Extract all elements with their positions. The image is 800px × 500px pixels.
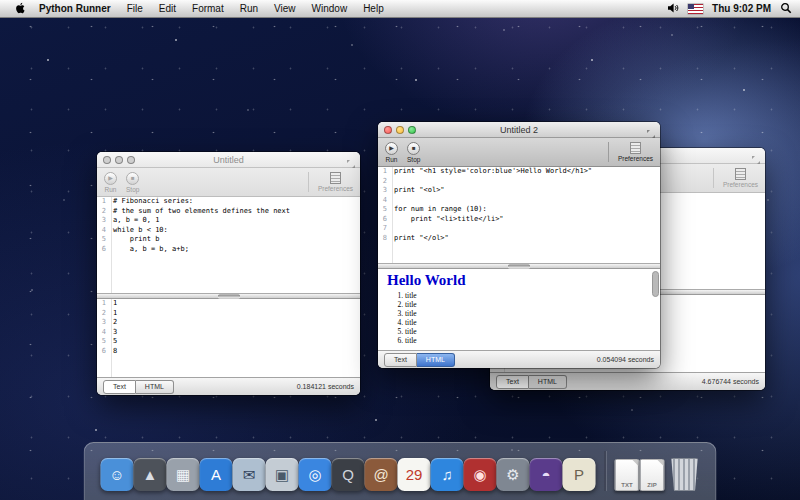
input-language-flag-icon[interactable] xyxy=(688,4,703,14)
minimize-button[interactable] xyxy=(396,126,404,134)
output-pane[interactable]: 112132435568 xyxy=(97,299,360,377)
execution-time: 0.054094 seconds xyxy=(597,356,654,363)
menu-item[interactable]: Window xyxy=(304,3,356,14)
window-untitled-2: Untitled 2 ▶ Run ■ Stop Preferences 1pr xyxy=(378,122,660,368)
window-title: Untitled xyxy=(213,155,244,165)
menu-bar: Python Runner FileEditFormatRunViewWindo… xyxy=(0,0,800,18)
volume-icon[interactable] xyxy=(667,2,679,16)
scrollbar-thumb[interactable] xyxy=(652,271,659,297)
text-view-button[interactable]: Text xyxy=(496,375,529,389)
minimize-button[interactable] xyxy=(115,156,123,164)
menu-item[interactable]: View xyxy=(266,3,304,14)
code-text: print "<ol>" xyxy=(390,186,445,196)
html-view-button[interactable]: HTML xyxy=(136,380,174,394)
code-text: print b xyxy=(109,235,159,245)
line-number: 5 xyxy=(378,205,390,215)
app-menu-title[interactable]: Python Runner xyxy=(31,3,119,14)
html-view-button[interactable]: HTML xyxy=(529,375,567,389)
toolbar: ▶ Run ■ Stop Preferences xyxy=(378,138,660,167)
fullscreen-icon[interactable] xyxy=(346,155,356,165)
code-editor[interactable]: 1# Fibonacci series:2# the sum of two el… xyxy=(97,197,360,293)
scrollbar[interactable] xyxy=(652,271,659,348)
system-preferences-icon[interactable]: ⚙ xyxy=(497,458,530,491)
launchpad-icon[interactable]: ▲ xyxy=(134,458,167,491)
output-line: 21 xyxy=(97,309,360,319)
python-runner-icon[interactable]: P xyxy=(563,458,596,491)
menu-item[interactable]: File xyxy=(119,3,151,14)
window-title: Untitled 2 xyxy=(500,125,538,135)
app-store-icon[interactable]: A xyxy=(200,458,233,491)
gutter-divider xyxy=(111,299,112,377)
title-bar[interactable]: Untitled xyxy=(97,152,360,168)
zoom-button[interactable] xyxy=(127,156,135,164)
title-bar[interactable]: Untitled 2 xyxy=(378,122,660,138)
preferences-icon xyxy=(630,142,641,154)
line-number: 3 xyxy=(97,216,109,226)
code-line: 5for num in range (10): xyxy=(378,205,660,215)
apple-menu-icon[interactable] xyxy=(8,2,31,15)
line-number: 4 xyxy=(97,328,109,338)
menu-item[interactable]: Help xyxy=(355,3,392,14)
code-line: 1# Fibonacci series: xyxy=(97,197,360,207)
menu-bar-clock[interactable]: Thu 9:02 PM xyxy=(712,3,771,14)
html-view-button[interactable]: HTML xyxy=(417,353,455,367)
rendered-ordered-list: titletitletitletitletitletitle xyxy=(378,291,660,345)
close-button[interactable] xyxy=(384,126,392,134)
window-untitled: Untitled ▶ Run ■ Stop Preferences 1# Fi xyxy=(97,152,360,395)
code-line: 3a, b = 0, 1 xyxy=(97,216,360,226)
run-button[interactable]: ▶ Run xyxy=(385,142,398,163)
menu-item[interactable]: Edit xyxy=(151,3,184,14)
code-editor[interactable]: 1print "<h1 style='color:blue'>Hello Wor… xyxy=(378,167,660,263)
preferences-button[interactable]: Preferences xyxy=(318,172,353,192)
mission-control-icon[interactable]: ▦ xyxy=(167,458,200,491)
trash-icon[interactable] xyxy=(670,458,700,491)
line-number: 6 xyxy=(97,245,109,255)
text-view-button[interactable]: Text xyxy=(103,380,136,394)
stop-icon: ■ xyxy=(407,142,420,155)
quicktime-icon[interactable]: Q xyxy=(332,458,365,491)
menu-item[interactable]: Run xyxy=(232,3,266,14)
code-line: 5 print b xyxy=(97,235,360,245)
splitter-handle-icon xyxy=(508,265,530,268)
itunes-icon[interactable]: ♫ xyxy=(431,458,464,491)
output-line: 43 xyxy=(97,328,360,338)
line-number: 1 xyxy=(378,167,390,177)
dvd-player-icon[interactable]: ◓ xyxy=(530,458,563,491)
status-bar: Text HTML 0.184121 seconds xyxy=(97,377,360,395)
line-number: 4 xyxy=(97,226,109,236)
preferences-button[interactable]: Preferences xyxy=(723,168,758,188)
ical-icon[interactable]: 29 xyxy=(398,458,431,491)
txt-file-icon[interactable]: TXT xyxy=(615,459,640,491)
text-view-button[interactable]: Text xyxy=(384,353,417,367)
close-button[interactable] xyxy=(103,156,111,164)
spotlight-icon[interactable] xyxy=(780,2,792,16)
run-button[interactable]: ▶ Run xyxy=(104,172,117,193)
dock-separator xyxy=(605,451,606,491)
zip-file-icon[interactable]: ZIP xyxy=(640,459,665,491)
stop-button[interactable]: ■ Stop xyxy=(407,142,420,163)
preferences-button[interactable]: Preferences xyxy=(618,142,653,162)
photo-booth-icon[interactable]: ◉ xyxy=(464,458,497,491)
finder-icon[interactable]: ☺ xyxy=(101,458,134,491)
rendered-heading: Hello World xyxy=(387,276,651,286)
line-number: 1 xyxy=(97,299,109,309)
preview-icon[interactable]: ▣ xyxy=(266,458,299,491)
zoom-button[interactable] xyxy=(408,126,416,134)
fullscreen-icon[interactable] xyxy=(751,151,761,161)
play-icon: ▶ xyxy=(385,142,398,155)
stop-button[interactable]: ■ Stop xyxy=(126,172,139,193)
list-item: title xyxy=(405,327,660,336)
fullscreen-icon[interactable] xyxy=(646,125,656,135)
line-number: 5 xyxy=(97,235,109,245)
gutter-divider xyxy=(111,197,112,293)
toolbar-separator xyxy=(308,172,309,192)
execution-time: 4.676744 seconds xyxy=(702,378,759,385)
safari-icon[interactable]: ◎ xyxy=(299,458,332,491)
menu-item[interactable]: Format xyxy=(184,3,232,14)
address-book-icon[interactable]: @ xyxy=(365,458,398,491)
execution-time: 0.184121 seconds xyxy=(297,383,354,390)
html-output-pane[interactable]: Hello World titletitletitletitletitletit… xyxy=(378,269,660,350)
line-number: 3 xyxy=(378,186,390,196)
code-text: a, b = b, a+b; xyxy=(109,245,189,255)
mail-icon[interactable]: ✉ xyxy=(233,458,266,491)
